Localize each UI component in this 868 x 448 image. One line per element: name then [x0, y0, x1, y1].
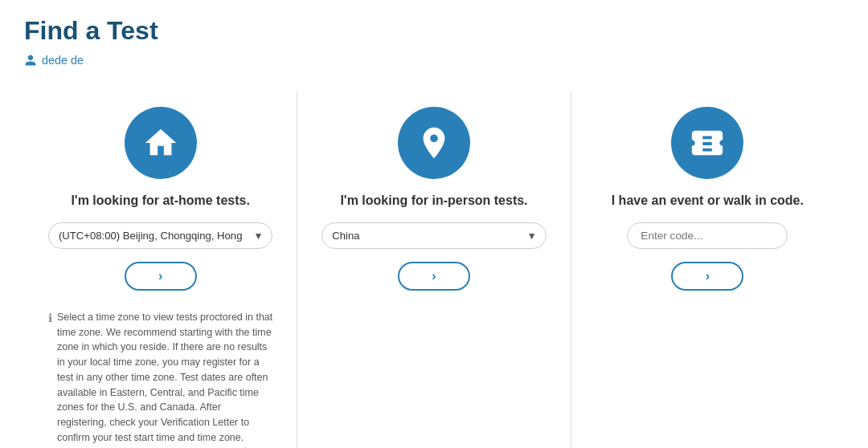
page-title: Find a Test	[24, 16, 844, 46]
in-person-title: I'm looking for in-person tests.	[340, 193, 527, 208]
at-home-submit-button[interactable]: ›	[125, 262, 197, 291]
event-code-title: I have an event or walk in code.	[612, 193, 804, 208]
country-dropdown[interactable]: China United States Canada United Kingdo…	[321, 222, 546, 249]
event-code-input[interactable]	[627, 222, 788, 249]
event-code-icon-circle	[671, 107, 743, 179]
card-in-person: I'm looking for in-person tests. China U…	[297, 91, 571, 448]
event-code-submit-button[interactable]: ›	[671, 262, 743, 291]
location-pin-icon	[416, 124, 452, 161]
home-icon	[142, 124, 179, 161]
at-home-info-text: Select a time zone to view tests proctor…	[57, 310, 272, 445]
at-home-title: I'm looking for at-home tests.	[71, 193, 250, 208]
country-dropdown-wrapper: China United States Canada United Kingdo…	[321, 222, 546, 249]
card-event-code: I have an event or walk in code. ›	[571, 91, 844, 448]
cards-container: I'm looking for at-home tests. (UTC+08:0…	[24, 91, 844, 448]
in-person-submit-button[interactable]: ›	[398, 262, 470, 291]
timezone-dropdown[interactable]: (UTC+08:00) Beijing, Chongqing, Hong Kon…	[48, 222, 272, 249]
in-person-icon-circle	[398, 107, 470, 179]
info-icon: ℹ	[48, 311, 52, 445]
timezone-dropdown-wrapper: (UTC+08:00) Beijing, Chongqing, Hong Kon…	[48, 222, 272, 249]
user-icon	[24, 54, 37, 67]
at-home-info: ℹ Select a time zone to view tests proct…	[48, 310, 272, 445]
card-at-home: I'm looking for at-home tests. (UTC+08:0…	[24, 91, 297, 448]
user-info: dede de	[24, 54, 844, 67]
ticket-icon	[689, 124, 726, 161]
at-home-icon-circle	[125, 107, 197, 179]
username: dede de	[42, 54, 84, 67]
